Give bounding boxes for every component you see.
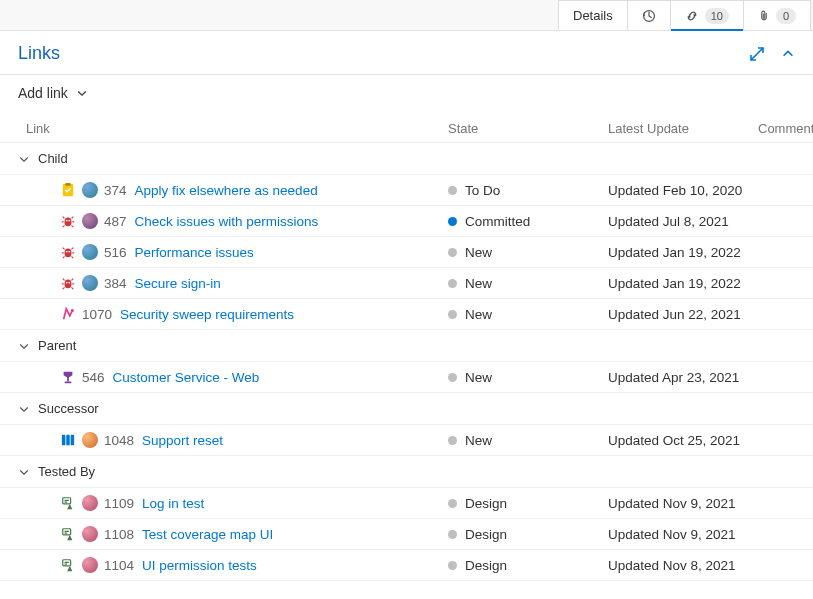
work-item-type-icon [60,369,76,385]
collapse-icon[interactable] [781,47,795,61]
work-item-title-link[interactable]: Performance issues [135,245,254,260]
link-row: 1109Log in testDesignUpdated Nov 9, 2021 [0,488,813,519]
link-row: 1108Test coverage map UIDesignUpdated No… [0,519,813,550]
work-item-type-icon [60,306,76,322]
section-header: Links [0,31,813,68]
work-item-id: 1048 [104,433,134,448]
col-header-update: Latest Update [608,121,758,136]
work-item-title-link[interactable]: Support reset [142,433,223,448]
svg-point-12 [71,309,74,312]
attach-count-badge: 0 [776,8,796,24]
add-link-label: Add link [18,85,68,101]
state-label: New [465,370,492,385]
state-dot-icon [448,373,457,382]
state-label: New [465,433,492,448]
link-row: 1048Support resetNewUpdated Oct 25, 2021 [0,425,813,456]
latest-update: Updated Feb 10, 2020 [608,183,778,198]
divider [0,74,813,75]
work-item-id: 487 [104,214,127,229]
svg-point-8 [68,251,70,253]
group-header[interactable]: Child [0,143,813,175]
work-item-type-icon [60,275,76,291]
links-icon [685,9,699,23]
state-dot-icon [448,530,457,539]
column-headers: Link State Latest Update Comments [0,115,813,143]
chevron-down-icon [76,87,88,99]
avatar [82,526,98,542]
work-item-title-link[interactable]: Check issues with permissions [135,214,319,229]
svg-point-6 [65,249,72,258]
group-header[interactable]: Parent [0,330,813,362]
svg-point-7 [66,251,68,253]
latest-update: Updated Jan 19, 2022 [608,245,778,260]
group-header[interactable]: Successor [0,393,813,425]
svg-point-9 [65,280,72,289]
link-row: 487Check issues with permissionsCommitte… [0,206,813,237]
link-row: 1070Security sweep requirementsNewUpdate… [0,299,813,330]
latest-update: Updated Apr 23, 2021 [608,370,778,385]
tab-attachments[interactable]: 0 [743,0,811,30]
state-label: To Do [465,183,500,198]
group-name: Tested By [38,464,95,479]
svg-point-11 [68,282,70,284]
latest-update: Updated Oct 25, 2021 [608,433,778,448]
tab-links[interactable]: 10 [670,0,744,30]
group-name: Child [38,151,68,166]
work-item-id: 546 [82,370,105,385]
tab-details-label: Details [573,8,613,23]
add-link-button[interactable]: Add link [0,75,106,115]
work-item-type-icon [60,182,76,198]
links-list: Child374Apply fix elsewhere as neededTo … [0,143,813,581]
group-name: Parent [38,338,76,353]
work-item-id: 516 [104,245,127,260]
svg-rect-2 [65,183,70,186]
state-label: Design [465,496,507,511]
work-item-title-link[interactable]: Secure sign-in [135,276,221,291]
work-item-title-link[interactable]: Log in test [142,496,204,511]
state-label: New [465,307,492,322]
avatar [82,275,98,291]
state-label: New [465,276,492,291]
state-dot-icon [448,499,457,508]
work-item-title-link[interactable]: Security sweep requirements [120,307,294,322]
state-label: New [465,245,492,260]
chevron-down-icon [18,403,30,415]
work-item-type-icon [60,213,76,229]
tab-details[interactable]: Details [558,0,628,30]
svg-rect-17 [71,435,75,446]
chevron-down-icon [18,466,30,478]
work-item-title-link[interactable]: Apply fix elsewhere as needed [135,183,318,198]
work-item-id: 1109 [104,496,134,511]
svg-rect-16 [66,435,70,446]
group-name: Successor [38,401,99,416]
latest-update: Updated Nov 9, 2021 [608,527,778,542]
work-item-type-icon [60,557,76,573]
work-item-id: 1070 [82,307,112,322]
work-item-id: 1104 [104,558,134,573]
link-row: 1104UI permission testsDesignUpdated Nov… [0,550,813,581]
links-count-badge: 10 [705,8,729,24]
state-dot-icon [448,186,457,195]
group-header[interactable]: Tested By [0,456,813,488]
latest-update: Updated Jun 22, 2021 [608,307,778,322]
state-label: Design [465,527,507,542]
attachment-icon [758,9,770,23]
work-item-title-link[interactable]: UI permission tests [142,558,257,573]
tab-history[interactable] [627,0,671,30]
work-item-title-link[interactable]: Customer Service - Web [113,370,260,385]
work-item-id: 1108 [104,527,134,542]
state-dot-icon [448,279,457,288]
work-item-type-icon [60,495,76,511]
work-item-type-icon [60,244,76,260]
svg-point-3 [65,218,72,227]
state-label: Design [465,558,507,573]
expand-icon[interactable] [749,46,765,62]
avatar [82,213,98,229]
work-item-title-link[interactable]: Test coverage map UI [142,527,273,542]
state-label: Committed [465,214,530,229]
work-item-type-icon [60,432,76,448]
avatar [82,244,98,260]
col-header-comments: Comments [758,121,813,136]
col-header-link: Link [18,121,448,136]
svg-point-10 [66,282,68,284]
